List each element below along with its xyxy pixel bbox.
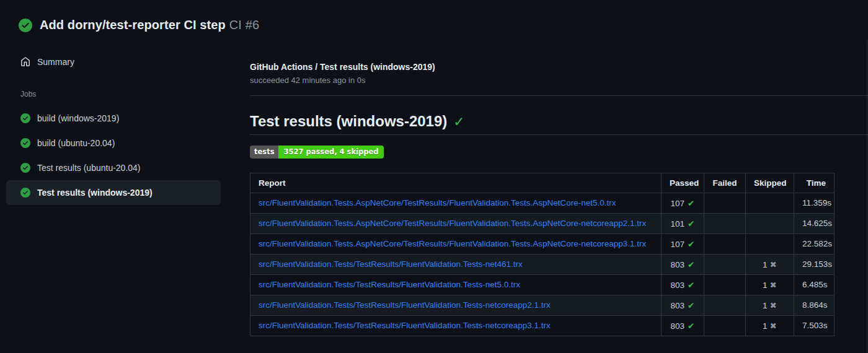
- sidebar-job-item[interactable]: build (ubuntu-20.04): [6, 131, 221, 155]
- run-title-text: Add dorny/test-reporter CI step: [40, 18, 226, 32]
- report-link[interactable]: src/FluentValidation.Tests/TestResults/F…: [259, 300, 551, 310]
- job-label: Test results (ubuntu-20.04): [37, 163, 141, 173]
- report-link[interactable]: src/FluentValidation.Tests.AspNetCore/Te…: [259, 239, 646, 248]
- passed-cell: 107✔: [662, 233, 704, 254]
- table-row: src/FluentValidation.Tests.AspNetCore/Te…: [250, 233, 835, 254]
- sidebar-job-item[interactable]: Test results (windows-2019): [6, 180, 221, 205]
- time-value: 14.625s: [802, 219, 832, 228]
- skipped-count: 1: [763, 321, 768, 331]
- time-value: 29.153s: [802, 259, 832, 269]
- report-link[interactable]: src/FluentValidation.Tests/TestResults/F…: [259, 280, 520, 289]
- report-link[interactable]: src/FluentValidation.Tests.AspNetCore/Te…: [259, 198, 616, 207]
- report-cell: src/FluentValidation.Tests.AspNetCore/Te…: [250, 233, 662, 254]
- skipped-count: 1: [763, 281, 768, 290]
- report-cell: src/FluentValidation.Tests/TestResults/F…: [250, 315, 662, 336]
- failed-cell: [704, 274, 746, 295]
- passed-cell: 803✔: [662, 274, 704, 295]
- passed-count: 107: [671, 199, 685, 208]
- skipped-count: 1: [763, 260, 768, 269]
- report-cell: src/FluentValidation.Tests.AspNetCore/Te…: [250, 193, 662, 213]
- sidebar-item-summary[interactable]: Summary: [0, 53, 237, 71]
- summary-label: Summary: [37, 57, 74, 67]
- passed-count: 803: [671, 260, 685, 269]
- skipped-cross-icon: ✖: [770, 281, 777, 290]
- skipped-cell: 1✖: [746, 315, 794, 336]
- time-value: 6.485s: [802, 280, 828, 289]
- header-divider: [250, 95, 868, 96]
- report-cell: src/FluentValidation.Tests/TestResults/F…: [250, 274, 662, 295]
- main-content: GitHub Actions / Test results (windows-2…: [250, 62, 868, 336]
- tests-badge[interactable]: tests 3527 passed, 4 skipped: [250, 146, 384, 159]
- report-link[interactable]: src/FluentValidation.Tests/TestResults/F…: [259, 259, 523, 269]
- passed-check-icon: ✔: [688, 301, 694, 310]
- time-cell: 29.153s: [794, 254, 835, 274]
- time-cell: 6.485s: [794, 274, 835, 295]
- time-value: 22.582s: [802, 239, 832, 248]
- failed-cell: [704, 193, 746, 213]
- time-cell: 22.582s: [794, 233, 835, 254]
- passed-check-icon: ✔: [688, 260, 694, 269]
- job-list: build (windows-2019) build (ubuntu-20.04…: [0, 106, 237, 205]
- column-header-skipped: Skipped: [746, 173, 794, 193]
- time-value: 8.864s: [802, 300, 828, 310]
- passed-check-icon: ✔: [688, 321, 694, 331]
- skipped-cross-icon: ✖: [770, 321, 777, 331]
- badge-value: 3527 passed, 4 skipped: [278, 146, 383, 159]
- report-link[interactable]: src/FluentValidation.Tests/TestResults/F…: [259, 321, 551, 330]
- table-row: src/FluentValidation.Tests.AspNetCore/Te…: [250, 213, 835, 233]
- passed-check-icon: ✔: [688, 219, 694, 229]
- run-status-text: succeeded 42 minutes ago in 0s: [250, 76, 868, 85]
- home-icon: [20, 57, 30, 67]
- job-label: build (ubuntu-20.04): [37, 138, 115, 148]
- time-cell: 7.503s: [794, 315, 835, 336]
- report-cell: src/FluentValidation.Tests/TestResults/F…: [250, 295, 662, 315]
- time-value: 11.359s: [802, 198, 831, 207]
- sidebar-job-item[interactable]: build (windows-2019): [6, 106, 221, 131]
- scrollbar-track-line: [867, 40, 867, 353]
- report-cell: src/FluentValidation.Tests/TestResults/F…: [250, 254, 662, 274]
- skipped-cell: 1✖: [746, 295, 794, 315]
- success-check-circle-icon: [19, 19, 32, 32]
- passed-count: 803: [671, 281, 685, 290]
- table-row: src/FluentValidation.Tests/TestResults/F…: [250, 315, 835, 336]
- time-cell: 14.625s: [794, 213, 835, 233]
- section-check-icon: ✓: [453, 114, 464, 129]
- passed-count: 803: [671, 301, 685, 310]
- time-cell: 8.864s: [794, 295, 835, 315]
- run-number: CI #6: [229, 18, 259, 32]
- passed-count: 803: [671, 321, 685, 331]
- job-label: Test results (windows-2019): [37, 188, 153, 198]
- skipped-cell: [746, 193, 794, 213]
- table-row: src/FluentValidation.Tests/TestResults/F…: [250, 274, 835, 295]
- job-success-check-circle-icon: [20, 113, 30, 123]
- badge-label: tests: [250, 146, 278, 159]
- passed-check-icon: ✔: [688, 281, 694, 290]
- sidebar-job-item[interactable]: Test results (ubuntu-20.04): [6, 155, 221, 180]
- run-header: Add dorny/test-reporter CI stepCI #6: [19, 18, 259, 32]
- skipped-cross-icon: ✖: [770, 260, 777, 269]
- test-results-table: Report Passed Failed Skipped Time src/Fl…: [250, 173, 835, 336]
- section-title-text: Test results (windows-2019): [250, 113, 447, 129]
- time-value: 7.503s: [802, 321, 828, 330]
- sidebar: Summary Jobs build (windows-2019) build …: [0, 53, 237, 205]
- skipped-cell: 1✖: [746, 274, 794, 295]
- column-header-time: Time: [794, 173, 835, 193]
- jobs-section-label: Jobs: [20, 90, 237, 98]
- failed-cell: [704, 254, 746, 274]
- skipped-count: 1: [763, 301, 768, 310]
- skipped-cell: 1✖: [746, 254, 794, 274]
- table-body: src/FluentValidation.Tests.AspNetCore/Te…: [250, 193, 835, 336]
- passed-check-icon: ✔: [688, 240, 694, 249]
- failed-cell: [704, 315, 746, 336]
- passed-check-icon: ✔: [688, 199, 694, 208]
- report-link[interactable]: src/FluentValidation.Tests.AspNetCore/Te…: [259, 219, 646, 228]
- job-success-check-circle-icon: [20, 138, 30, 148]
- passed-cell: 803✔: [662, 315, 704, 336]
- skipped-cell: [746, 213, 794, 233]
- table-header-row: Report Passed Failed Skipped Time: [250, 173, 835, 193]
- time-cell: 11.359s: [794, 193, 835, 213]
- passed-cell: 101✔: [662, 213, 704, 233]
- passed-cell: 803✔: [662, 254, 704, 274]
- table-row: src/FluentValidation.Tests/TestResults/F…: [250, 295, 835, 315]
- table-row: src/FluentValidation.Tests.AspNetCore/Te…: [250, 193, 835, 213]
